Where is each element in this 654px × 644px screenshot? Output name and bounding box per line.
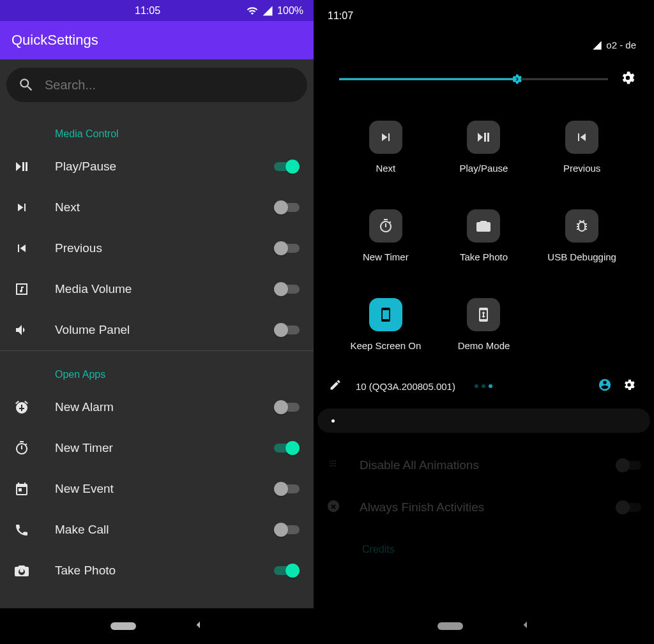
close-circle-icon — [326, 499, 340, 516]
account-circle-icon — [598, 378, 612, 392]
qs-tiles-grid: Next Play/Pause Previous New Timer Take … — [314, 95, 654, 370]
switch-media-volume[interactable] — [274, 282, 300, 296]
nav-home-pill[interactable] — [437, 622, 463, 630]
section-header-credits: Credits — [326, 528, 641, 555]
switch-new-alarm[interactable] — [274, 400, 300, 414]
row-new-alarm[interactable]: New Alarm — [0, 387, 314, 428]
row-label: New Timer — [55, 441, 274, 455]
row-media-volume[interactable]: Media Volume — [0, 269, 314, 310]
row-label: Take Photo — [55, 564, 274, 578]
switch-always-finish — [616, 500, 641, 514]
nav-home-pill[interactable] — [110, 622, 136, 630]
bug-icon — [574, 218, 589, 234]
screenshot-right: 11:07 o2 - de Next Play/Pause Previous — [314, 0, 654, 644]
row-new-event[interactable]: New Event — [0, 468, 314, 509]
notification-shade-collapsed[interactable] — [317, 408, 650, 433]
background-list-dimmed: Disable All Animations Always Finish Act… — [314, 433, 654, 555]
phone-icon — [13, 521, 31, 539]
page-indicator[interactable] — [475, 384, 588, 388]
brightness-slider[interactable] — [339, 71, 608, 87]
tile-keep-screen-on[interactable]: Keep Screen On — [341, 298, 430, 351]
skip-previous-icon — [13, 239, 31, 257]
switch-disable-animations — [616, 458, 641, 472]
tile-take-photo[interactable]: Take Photo — [439, 209, 528, 262]
tile-usb-debugging[interactable]: USB Debugging — [537, 209, 627, 262]
row-play-pause[interactable]: Play/Pause — [0, 146, 314, 187]
row-always-finish: Always Finish Activities — [326, 486, 641, 528]
search-box[interactable] — [6, 68, 307, 102]
switch-play-pause[interactable] — [274, 160, 300, 174]
switch-new-timer[interactable] — [274, 441, 300, 455]
tile-play-pause[interactable]: Play/Pause — [439, 121, 528, 174]
tile-label: New Timer — [363, 251, 409, 262]
row-label: Previous — [55, 241, 274, 255]
gear-icon — [620, 70, 636, 86]
skip-previous-icon — [574, 130, 589, 145]
signal-icon — [592, 40, 602, 50]
row-volume-panel[interactable]: Volume Panel — [0, 310, 314, 350]
row-make-call[interactable]: Make Call — [0, 509, 314, 550]
tile-label: Previous — [563, 163, 600, 174]
row-disable-animations: Disable All Animations — [326, 444, 641, 486]
user-account-button[interactable] — [598, 378, 612, 394]
timer-icon — [13, 439, 31, 457]
tile-previous[interactable]: Previous — [537, 121, 627, 174]
search-input[interactable] — [45, 78, 300, 93]
tile-next[interactable]: Next — [341, 121, 430, 174]
status-time: 11:07 — [328, 10, 353, 22]
switch-volume-panel[interactable] — [274, 323, 300, 337]
tile-label: Demo Mode — [458, 340, 510, 351]
search-icon — [18, 77, 34, 93]
nav-back-button[interactable] — [521, 620, 531, 633]
switch-take-photo[interactable] — [274, 564, 300, 578]
qs-footer: 10 (QQ3A.200805.001) — [314, 370, 654, 406]
edit-tiles-button[interactable] — [329, 378, 342, 394]
nav-bar — [314, 608, 654, 644]
status-time: 11:05 — [49, 5, 247, 17]
brightness-slider-thumb[interactable] — [510, 73, 523, 86]
gear-small-icon — [510, 73, 523, 86]
app-title: QuickSettings — [11, 32, 98, 49]
section-header-open-apps: Open Apps — [0, 351, 314, 387]
row-take-photo[interactable]: Take Photo — [0, 550, 314, 591]
tile-label: Take Photo — [460, 251, 508, 262]
row-label: Next — [55, 200, 274, 214]
app-bar: QuickSettings — [0, 21, 314, 59]
nav-bar — [0, 608, 314, 644]
row-label: Always Finish Activities — [360, 500, 597, 514]
switch-previous[interactable] — [274, 241, 300, 255]
qs-settings-button[interactable] — [620, 70, 636, 89]
status-bar: 11:07 — [314, 0, 654, 32]
row-label: Play/Pause — [55, 160, 274, 174]
screenshot-left: 11:05 100% QuickSettings Media Control P… — [0, 0, 314, 644]
row-label: New Event — [55, 482, 274, 496]
camera-icon — [13, 562, 31, 580]
row-new-timer[interactable]: New Timer — [0, 428, 314, 468]
nav-back-button[interactable] — [194, 620, 204, 633]
tile-demo-mode[interactable]: Demo Mode — [439, 298, 528, 351]
row-label: Disable All Animations — [360, 458, 597, 472]
switch-next[interactable] — [274, 200, 300, 214]
tile-new-timer[interactable]: New Timer — [341, 209, 430, 262]
camera-icon — [476, 218, 491, 234]
build-version[interactable]: 10 (QQ3A.200805.001) — [356, 381, 455, 392]
blur-icon — [326, 457, 340, 474]
signal-icon — [262, 5, 273, 17]
notification-dot — [331, 419, 335, 423]
tile-label: Next — [376, 163, 395, 174]
switch-make-call[interactable] — [274, 523, 300, 537]
row-previous[interactable]: Previous — [0, 228, 314, 269]
pencil-icon — [329, 378, 342, 391]
row-next[interactable]: Next — [0, 187, 314, 228]
skip-next-icon — [13, 198, 31, 216]
wifi-icon — [247, 5, 258, 17]
row-label: New Alarm — [55, 400, 274, 414]
settings-button[interactable] — [622, 378, 636, 394]
row-label: Media Volume — [55, 282, 274, 296]
status-bar: 11:05 100% — [0, 0, 314, 21]
brightness-slider-fill — [339, 79, 517, 80]
switch-new-event[interactable] — [274, 482, 300, 496]
skip-next-icon — [378, 130, 393, 145]
play-pause-icon — [13, 158, 31, 176]
play-pause-icon — [476, 130, 491, 145]
